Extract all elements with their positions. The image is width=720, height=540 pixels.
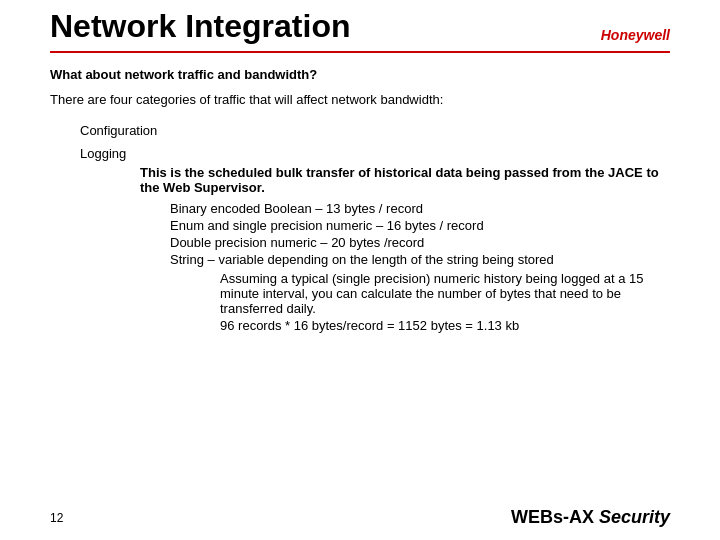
page-title: Network Integration xyxy=(50,8,670,45)
detail-2: Enum and single precision numeric – 16 b… xyxy=(170,218,670,233)
logging-bold-text: This is the scheduled bulk transfer of h… xyxy=(140,165,670,195)
section-intro: There are four categories of traffic tha… xyxy=(50,92,670,107)
slide-header: Network Integration Honeywell xyxy=(50,0,670,53)
detail-3: Double precision numeric – 20 bytes /rec… xyxy=(170,235,670,250)
branding-security: Security xyxy=(594,507,670,527)
logging-label: Logging xyxy=(80,146,670,161)
branding: WEBs-AX Security xyxy=(511,507,670,528)
honeywell-logo: Honeywell xyxy=(601,27,670,43)
section-question: What about network traffic and bandwidth… xyxy=(50,67,670,82)
logging-description: This is the scheduled bulk transfer of h… xyxy=(140,165,670,195)
branding-webs-ax: WEBs-AX xyxy=(511,507,594,527)
logging-title: Logging xyxy=(80,146,126,161)
page-number: 12 xyxy=(50,511,63,525)
category-logging: Logging This is the scheduled bulk trans… xyxy=(80,146,670,333)
category-configuration: Configuration xyxy=(80,123,670,138)
detail-4: String – variable depending on the lengt… xyxy=(170,252,670,267)
calculation-text: 96 records * 16 bytes/record = 1152 byte… xyxy=(220,318,670,333)
slide-content: What about network traffic and bandwidth… xyxy=(50,53,670,333)
assumption-text: Assuming a typical (single precision) nu… xyxy=(220,271,670,316)
slide-page: Network Integration Honeywell What about… xyxy=(0,0,720,540)
slide-footer: 12 WEBs-AX Security xyxy=(0,507,720,528)
logging-assumption: Assuming a typical (single precision) nu… xyxy=(220,271,670,333)
logging-details: Binary encoded Boolean – 13 bytes / reco… xyxy=(170,201,670,267)
detail-1: Binary encoded Boolean – 13 bytes / reco… xyxy=(170,201,670,216)
configuration-label: Configuration xyxy=(80,123,670,138)
